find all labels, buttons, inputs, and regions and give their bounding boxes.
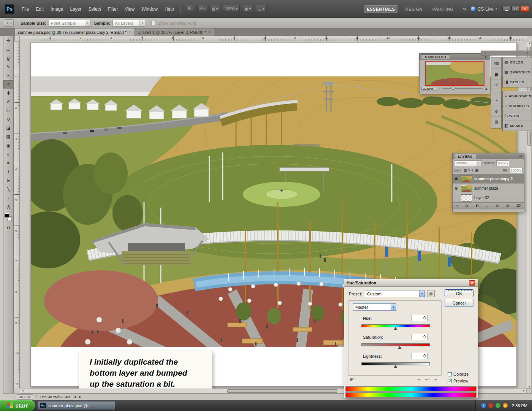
zoom-out-icon[interactable]: ▲ <box>439 87 441 90</box>
eyedropper-subtract-icon[interactable]: ✒⁻ <box>434 377 440 382</box>
workspace-design[interactable]: DESIGN <box>403 6 424 13</box>
lock-position-icon[interactable]: ✛ <box>472 168 475 172</box>
scroll-left-icon[interactable]: ◂ <box>20 389 25 392</box>
ruler-origin[interactable] <box>14 36 20 41</box>
sample-size-select[interactable]: Point Sample ▾ <box>49 20 90 27</box>
notes-panel-icon[interactable]: ▤ <box>491 117 501 127</box>
dodge-tool[interactable]: ◐ <box>3 150 13 159</box>
layer-row[interactable]: Layer 32 <box>453 193 524 202</box>
launch-mini-bridge-button[interactable]: Mb <box>197 5 207 13</box>
zoom-tool[interactable]: ◎ <box>3 202 13 211</box>
close-button[interactable]: ✕ <box>521 6 529 12</box>
histogram-panel-icon[interactable]: ▅ <box>491 69 501 79</box>
eraser-tool[interactable]: ◪ <box>3 124 13 132</box>
blend-mode-select[interactable]: Normal ▾ <box>454 160 481 166</box>
panel-tab-color[interactable]: ▦COLOR <box>503 57 532 67</box>
saturation-slider[interactable] <box>361 343 430 346</box>
spot-healing-brush-tool[interactable]: ✚ <box>3 89 13 97</box>
blur-tool[interactable]: ◉ <box>3 141 13 150</box>
restore-button[interactable]: ▢ <box>511 6 520 12</box>
panel-menu-icon[interactable]: ▾≡ <box>519 155 522 158</box>
layer-row[interactable]: ◉summer plaza copy 2 <box>453 174 524 183</box>
slider-thumb[interactable] <box>398 346 402 349</box>
channel-select[interactable]: Master ▾ <box>353 303 396 311</box>
foreground-color-swatch[interactable] <box>5 213 10 218</box>
workspace-essentials[interactable]: ESSENTIALS <box>364 5 397 13</box>
lock-all-icon[interactable]: ▣ <box>475 168 478 172</box>
on-image-adjustment-icon[interactable]: ☛ <box>350 376 355 382</box>
scroll-right-icon[interactable]: ▸ <box>521 389 526 392</box>
brush-tool[interactable]: ✐ <box>3 97 13 106</box>
lock-transparency-icon[interactable]: ▨ <box>464 168 467 172</box>
clone-source-panel-icon[interactable]: ψ <box>491 106 501 117</box>
history-brush-tool[interactable]: ↺ <box>3 115 13 124</box>
zoom-field[interactable]: 30.69% <box>17 394 33 400</box>
zoom-in-icon[interactable]: ▲ <box>484 87 488 90</box>
zoom-level-button[interactable]: 100% ▾ <box>223 5 240 13</box>
navigator-zoom-slider[interactable] <box>442 88 483 89</box>
layers-tab[interactable]: LAYERS <box>454 154 476 159</box>
mini-bridge-panel-icon[interactable]: Mb <box>491 58 501 69</box>
cancel-button[interactable]: Cancel <box>445 299 473 307</box>
collapse-left-icon[interactable]: « <box>484 51 486 55</box>
lightness-slider[interactable] <box>361 362 430 365</box>
info-panel-icon[interactable]: ⓘ <box>491 79 501 90</box>
link-layers-icon[interactable]: ∞ <box>456 204 458 208</box>
navigator-proxy-preview[interactable] <box>426 62 484 85</box>
status-expand-icon[interactable]: ▶ <box>75 395 77 398</box>
eyedropper-tool[interactable]: ✧ <box>3 80 13 89</box>
hue-input[interactable]: 0 <box>412 315 428 321</box>
add-layer-mask-icon[interactable]: ◧ <box>475 204 479 208</box>
hand-tool[interactable]: ☞ <box>3 194 13 202</box>
collapse-dock-bar[interactable]: « » <box>481 51 532 56</box>
type-tool[interactable]: T <box>3 167 13 176</box>
colorize-checkbox[interactable]: Colorize <box>448 372 469 376</box>
scroll-down-icon[interactable]: ▾ <box>527 385 532 388</box>
panel-tab-paths[interactable]: ∫PATHS <box>503 111 532 121</box>
menu-help[interactable]: Help <box>161 5 177 13</box>
panel-tab-masks[interactable]: ◧MASKS <box>503 121 532 131</box>
dialog-titlebar[interactable]: Hue/Saturation ✕ <box>344 279 478 287</box>
show-sampling-ring-checkbox[interactable]: Show Sampling Ring <box>151 21 196 25</box>
workspace-overflow-icon[interactable]: ≫ <box>462 6 467 12</box>
eye-icon[interactable]: ◉ <box>454 174 459 183</box>
saturation-input[interactable]: +9 <box>412 334 428 340</box>
status-collapse-icon[interactable]: ◀ <box>78 395 80 398</box>
gradient-tool[interactable]: ▨ <box>3 132 13 141</box>
taskbar-item-photoshop[interactable]: Ps summer plaza.psd @ ... <box>37 401 115 410</box>
navigator-zoom-field[interactable]: 30.69% <box>421 87 437 91</box>
path-selection-tool[interactable]: ➤ <box>3 176 13 185</box>
quick-mask-button[interactable]: ◘ <box>3 223 13 232</box>
sample-select[interactable]: All Layers ▾ <box>112 20 145 27</box>
layer-group-icon[interactable]: ▤ <box>496 204 499 208</box>
opacity-field[interactable]: 100% ▸ <box>496 160 509 166</box>
close-tab-icon[interactable]: ✕ <box>129 30 132 34</box>
slider-thumb[interactable] <box>451 86 455 90</box>
navigator-tab[interactable]: NAVIGATOR <box>421 54 450 59</box>
screen-mode-button[interactable]: ▢ ▾ <box>256 5 267 13</box>
eye-empty[interactable] <box>454 193 459 202</box>
quicktime-tray-icon[interactable]: Q <box>503 403 508 408</box>
panel-tab-adjustments[interactable]: ◑ADJUSTMENTS <box>503 91 532 101</box>
close-dialog-button[interactable]: ✕ <box>469 280 475 286</box>
document-tab-summer-plaza[interactable]: summer plaza.psd @ 30.7% (summer plaza c… <box>15 29 135 36</box>
new-adjustment-layer-icon[interactable]: ◒ <box>486 204 488 208</box>
safely-remove-tray-icon[interactable] <box>496 403 500 408</box>
panel-tab-styles[interactable]: ◨STYLES <box>503 77 532 87</box>
delete-layer-icon[interactable]: ⌦ <box>516 204 521 208</box>
quick-selection-tool[interactable]: ✎ <box>3 62 13 71</box>
workspace-painting[interactable]: PAINTING <box>430 6 456 13</box>
lock-pixels-icon[interactable]: ✎ <box>468 168 471 172</box>
color-tray-icon[interactable] <box>488 403 493 408</box>
current-tool-indicator[interactable]: ✧ ▾ <box>4 19 14 27</box>
start-button[interactable]: start <box>0 400 35 411</box>
slider-thumb[interactable] <box>394 365 397 368</box>
new-layer-icon[interactable]: ⊞ <box>506 204 509 208</box>
arrange-documents-button[interactable]: ▣ ▾ <box>242 5 253 13</box>
pen-tool[interactable]: ✒ <box>3 159 13 167</box>
fill-field[interactable]: 100% ▸ <box>510 168 522 173</box>
view-extras-button[interactable]: ▦ ▾ <box>209 5 220 13</box>
menu-edit[interactable]: Edit <box>32 5 47 13</box>
document-tab-untitled-1[interactable]: Untitled-1 @ 30.3% (Layer 3, RGB/8) * ✕ <box>135 29 214 36</box>
crop-tool[interactable]: ✂ <box>3 71 13 80</box>
